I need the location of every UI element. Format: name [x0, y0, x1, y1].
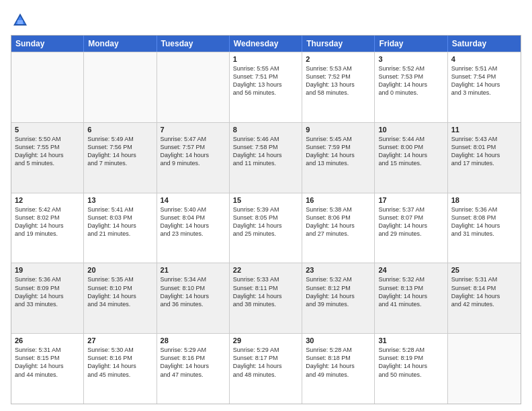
- cal-cell: 15Sunrise: 5:39 AMSunset: 8:05 PMDayligh…: [230, 193, 302, 263]
- day-info: Sunrise: 5:35 AMSunset: 8:10 PMDaylight:…: [87, 275, 152, 308]
- day-info: Sunrise: 5:30 AMSunset: 8:16 PMDaylight:…: [87, 346, 152, 379]
- calendar: SundayMondayTuesdayWednesdayThursdayFrid…: [11, 35, 521, 404]
- day-number: 15: [233, 196, 298, 204]
- day-number: 5: [15, 126, 80, 134]
- cal-cell: [157, 52, 230, 122]
- day-info: Sunrise: 5:55 AMSunset: 7:51 PMDaylight:…: [233, 64, 298, 97]
- cal-cell: 18Sunrise: 5:36 AMSunset: 8:08 PMDayligh…: [448, 193, 521, 263]
- day-info: Sunrise: 5:28 AMSunset: 8:18 PMDaylight:…: [306, 346, 371, 379]
- day-info: Sunrise: 5:47 AMSunset: 7:57 PMDaylight:…: [161, 135, 226, 168]
- day-number: 19: [15, 266, 80, 274]
- day-number: 22: [233, 266, 298, 274]
- header-day-saturday: Saturday: [448, 36, 521, 52]
- day-info: Sunrise: 5:33 AMSunset: 8:11 PMDaylight:…: [233, 275, 298, 308]
- cal-cell: 5Sunrise: 5:50 AMSunset: 7:55 PMDaylight…: [11, 123, 84, 193]
- day-number: 30: [306, 336, 371, 345]
- day-number: 1: [233, 55, 298, 63]
- calendar-row-2: 12Sunrise: 5:42 AMSunset: 8:02 PMDayligh…: [11, 193, 521, 263]
- day-info: Sunrise: 5:49 AMSunset: 7:56 PMDaylight:…: [87, 135, 152, 168]
- day-number: 21: [161, 266, 226, 274]
- cal-cell: [84, 52, 157, 122]
- calendar-body: 1Sunrise: 5:55 AMSunset: 7:51 PMDaylight…: [11, 52, 521, 404]
- cal-cell: 12Sunrise: 5:42 AMSunset: 8:02 PMDayligh…: [11, 193, 84, 263]
- cal-cell: 19Sunrise: 5:36 AMSunset: 8:09 PMDayligh…: [11, 263, 84, 333]
- day-info: Sunrise: 5:28 AMSunset: 8:19 PMDaylight:…: [378, 346, 443, 379]
- day-number: 16: [306, 196, 371, 204]
- day-info: Sunrise: 5:38 AMSunset: 8:06 PMDaylight:…: [306, 205, 371, 238]
- cal-cell: 30Sunrise: 5:28 AMSunset: 8:18 PMDayligh…: [302, 334, 375, 404]
- cal-cell: 2Sunrise: 5:53 AMSunset: 7:52 PMDaylight…: [302, 52, 375, 122]
- day-info: Sunrise: 5:34 AMSunset: 8:10 PMDaylight:…: [161, 275, 226, 308]
- svg-rect-2: [17, 20, 23, 24]
- cal-cell: 20Sunrise: 5:35 AMSunset: 8:10 PMDayligh…: [84, 263, 157, 333]
- day-info: Sunrise: 5:37 AMSunset: 8:07 PMDaylight:…: [378, 205, 443, 238]
- cal-cell: 13Sunrise: 5:41 AMSunset: 8:03 PMDayligh…: [84, 193, 157, 263]
- cal-cell: 8Sunrise: 5:46 AMSunset: 7:58 PMDaylight…: [230, 123, 302, 193]
- day-info: Sunrise: 5:36 AMSunset: 8:08 PMDaylight:…: [451, 205, 517, 238]
- day-number: 6: [87, 126, 152, 134]
- cal-cell: 6Sunrise: 5:49 AMSunset: 7:56 PMDaylight…: [84, 123, 157, 193]
- day-info: Sunrise: 5:42 AMSunset: 8:02 PMDaylight:…: [15, 205, 80, 238]
- cal-cell: 21Sunrise: 5:34 AMSunset: 8:10 PMDayligh…: [157, 263, 230, 333]
- calendar-row-1: 5Sunrise: 5:50 AMSunset: 7:55 PMDaylight…: [11, 122, 521, 193]
- day-number: 3: [378, 55, 443, 63]
- day-number: 17: [378, 196, 443, 204]
- day-info: Sunrise: 5:40 AMSunset: 8:04 PMDaylight:…: [161, 205, 226, 238]
- cal-cell: 23Sunrise: 5:32 AMSunset: 8:12 PMDayligh…: [302, 263, 375, 333]
- day-number: 2: [306, 55, 371, 63]
- day-number: 9: [306, 126, 371, 134]
- day-number: 4: [451, 55, 517, 63]
- cal-cell: 9Sunrise: 5:45 AMSunset: 7:59 PMDaylight…: [302, 123, 375, 193]
- day-info: Sunrise: 5:39 AMSunset: 8:05 PMDaylight:…: [233, 205, 298, 238]
- calendar-row-0: 1Sunrise: 5:55 AMSunset: 7:51 PMDaylight…: [11, 52, 521, 122]
- header-day-monday: Monday: [84, 36, 157, 52]
- day-number: 14: [161, 196, 226, 204]
- logo-icon: [11, 11, 30, 30]
- cal-cell: 14Sunrise: 5:40 AMSunset: 8:04 PMDayligh…: [157, 193, 230, 263]
- day-number: 12: [15, 196, 80, 204]
- day-number: 23: [306, 266, 371, 274]
- day-info: Sunrise: 5:29 AMSunset: 8:17 PMDaylight:…: [233, 346, 298, 379]
- day-number: 26: [15, 336, 80, 345]
- cal-cell: 4Sunrise: 5:51 AMSunset: 7:54 PMDaylight…: [448, 52, 521, 122]
- cal-cell: 11Sunrise: 5:43 AMSunset: 8:01 PMDayligh…: [448, 123, 521, 193]
- calendar-header: SundayMondayTuesdayWednesdayThursdayFrid…: [11, 36, 521, 52]
- day-info: Sunrise: 5:32 AMSunset: 8:12 PMDaylight:…: [306, 275, 371, 308]
- logo: [11, 11, 32, 30]
- day-number: 10: [378, 126, 443, 134]
- calendar-row-4: 26Sunrise: 5:31 AMSunset: 8:15 PMDayligh…: [11, 333, 521, 404]
- day-number: 24: [378, 266, 443, 274]
- day-number: 7: [161, 126, 226, 134]
- cal-cell: 29Sunrise: 5:29 AMSunset: 8:17 PMDayligh…: [230, 334, 302, 404]
- header-day-tuesday: Tuesday: [157, 36, 230, 52]
- header-day-sunday: Sunday: [11, 36, 84, 52]
- day-info: Sunrise: 5:31 AMSunset: 8:15 PMDaylight:…: [15, 346, 80, 379]
- day-number: 25: [451, 266, 517, 274]
- day-info: Sunrise: 5:41 AMSunset: 8:03 PMDaylight:…: [87, 205, 152, 238]
- header-day-wednesday: Wednesday: [230, 36, 302, 52]
- day-info: Sunrise: 5:44 AMSunset: 8:00 PMDaylight:…: [378, 135, 443, 168]
- header: [11, 11, 521, 30]
- day-info: Sunrise: 5:36 AMSunset: 8:09 PMDaylight:…: [15, 275, 80, 308]
- day-number: 29: [233, 336, 298, 345]
- day-info: Sunrise: 5:52 AMSunset: 7:53 PMDaylight:…: [378, 64, 443, 97]
- day-info: Sunrise: 5:43 AMSunset: 8:01 PMDaylight:…: [451, 135, 517, 168]
- cal-cell: 28Sunrise: 5:29 AMSunset: 8:16 PMDayligh…: [157, 334, 230, 404]
- cal-cell: 26Sunrise: 5:31 AMSunset: 8:15 PMDayligh…: [11, 334, 84, 404]
- header-day-friday: Friday: [375, 36, 447, 52]
- cal-cell: 24Sunrise: 5:32 AMSunset: 8:13 PMDayligh…: [375, 263, 447, 333]
- day-info: Sunrise: 5:45 AMSunset: 7:59 PMDaylight:…: [306, 135, 371, 168]
- day-info: Sunrise: 5:32 AMSunset: 8:13 PMDaylight:…: [378, 275, 443, 308]
- cal-cell: 16Sunrise: 5:38 AMSunset: 8:06 PMDayligh…: [302, 193, 375, 263]
- calendar-row-3: 19Sunrise: 5:36 AMSunset: 8:09 PMDayligh…: [11, 263, 521, 333]
- day-info: Sunrise: 5:51 AMSunset: 7:54 PMDaylight:…: [451, 64, 517, 97]
- day-info: Sunrise: 5:53 AMSunset: 7:52 PMDaylight:…: [306, 64, 371, 97]
- day-number: 8: [233, 126, 298, 134]
- day-number: 13: [87, 196, 152, 204]
- day-info: Sunrise: 5:29 AMSunset: 8:16 PMDaylight:…: [161, 346, 226, 379]
- cal-cell: [11, 52, 84, 122]
- day-info: Sunrise: 5:31 AMSunset: 8:14 PMDaylight:…: [451, 275, 517, 308]
- cal-cell: 31Sunrise: 5:28 AMSunset: 8:19 PMDayligh…: [375, 334, 447, 404]
- day-number: 11: [451, 126, 517, 134]
- cal-cell: 27Sunrise: 5:30 AMSunset: 8:16 PMDayligh…: [84, 334, 157, 404]
